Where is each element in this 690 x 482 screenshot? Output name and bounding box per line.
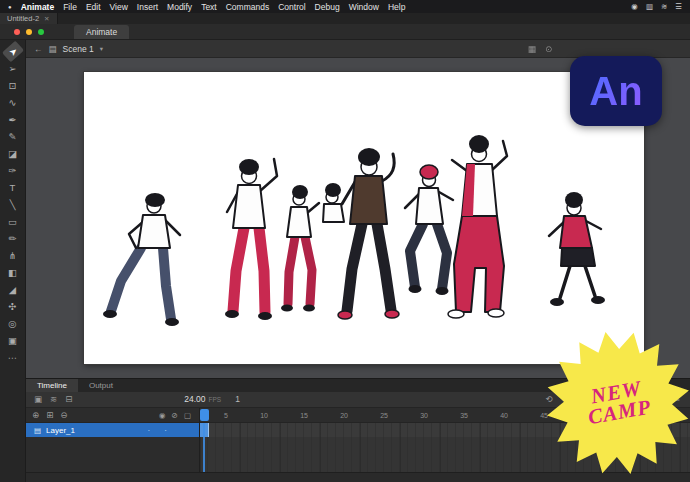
dancer-3 xyxy=(281,185,319,312)
camera-tool[interactable]: ▣ xyxy=(4,334,22,347)
edit-scene-icon[interactable]: ▦ xyxy=(528,44,536,54)
menu-item-help[interactable]: Help xyxy=(388,2,405,12)
pencil-tool[interactable]: ✏ xyxy=(4,232,22,245)
ruler-label-20: 20 xyxy=(320,408,360,422)
tools-panel: ➤➢⊡∿✒✎◪✑T╲▭✏⋔◧◢✣◎▣⋯ xyxy=(0,40,26,482)
eraser-tool[interactable]: ◪ xyxy=(4,147,22,160)
menu-item-window[interactable]: Window xyxy=(349,2,379,12)
lasso-tool[interactable]: ∿ xyxy=(4,96,22,109)
tab-timeline[interactable]: Timeline xyxy=(26,379,78,392)
playhead[interactable] xyxy=(200,409,209,421)
menu-item-edit[interactable]: Edit xyxy=(86,2,101,12)
document-tab-untitled-2[interactable]: Untitled-2 ✕ xyxy=(0,13,58,24)
app-tab-label: Animate xyxy=(86,27,117,37)
display-icon[interactable]: ▥ xyxy=(646,2,653,11)
chevron-down-icon[interactable]: ▾ xyxy=(100,45,103,53)
apple-icon[interactable]: ● xyxy=(8,4,12,10)
layer-column-icons: ◉⊘▢ xyxy=(159,411,199,420)
menubar: ● AnimateFileEditViewInsertModifyTextCom… xyxy=(0,0,690,13)
rectangle-tool[interactable]: ▭ xyxy=(4,215,22,228)
tab-animate[interactable]: Animate xyxy=(74,25,129,39)
window-titlebar: Animate xyxy=(0,24,690,40)
advanced-layers-icon[interactable]: ⊟ xyxy=(65,394,72,404)
menu-item-modify[interactable]: Modify xyxy=(167,2,192,12)
classic-brush-tool[interactable]: ✎ xyxy=(4,130,22,143)
delete-layer-icon[interactable]: ⊖ xyxy=(60,410,67,420)
fluid-brush-tool[interactable]: ✒ xyxy=(4,113,22,126)
menu-item-file[interactable]: File xyxy=(63,2,77,12)
minimize-window-button[interactable] xyxy=(26,29,32,35)
menu-item-insert[interactable]: Insert xyxy=(137,2,158,12)
layer-row-layer-1[interactable]: ▤ Layer_1 · · xyxy=(26,423,199,437)
dancer-8 xyxy=(549,192,605,306)
ruler-label-15: 15 xyxy=(280,408,320,422)
zoom-window-button[interactable] xyxy=(38,29,44,35)
scene-back-icon[interactable]: ← xyxy=(34,44,43,54)
hand-tool[interactable]: ✣ xyxy=(4,300,22,313)
dancer-1 xyxy=(103,193,180,326)
text-tool[interactable]: T xyxy=(4,181,22,194)
document-tabbar: Untitled-2 ✕ xyxy=(0,13,690,24)
layers-header: ⊕⊞⊖ ◉⊘▢ xyxy=(26,408,199,423)
layer-icon: ▤ xyxy=(34,426,41,435)
frame-rate[interactable]: 24.00 FPS xyxy=(184,394,221,404)
dancer-7 xyxy=(448,135,507,318)
current-frame: 1 xyxy=(235,394,240,404)
selection-tool[interactable]: ➤ xyxy=(1,41,23,63)
layer-name: Layer_1 xyxy=(46,426,75,435)
menu-item-view[interactable]: View xyxy=(110,2,128,12)
menu-item-control[interactable]: Control xyxy=(278,2,305,12)
ruler-label-30: 30 xyxy=(400,408,440,422)
badge-text: NEW CAMP xyxy=(531,316,690,482)
ruler-label-10: 10 xyxy=(240,408,280,422)
layer-depth-icon[interactable]: ≋ xyxy=(50,394,57,404)
menubar-items: AnimateFileEditViewInsertModifyTextComma… xyxy=(21,2,415,12)
close-window-button[interactable] xyxy=(14,29,20,35)
ruler-label-40: 40 xyxy=(480,408,520,422)
edit-symbols-icon[interactable]: ⊙ xyxy=(545,44,552,54)
menu-item-animate[interactable]: Animate xyxy=(21,2,55,12)
visibility-column-icon[interactable]: ◉ xyxy=(159,411,166,420)
animate-logo-text: An xyxy=(589,69,642,114)
stage-canvas[interactable] xyxy=(84,72,644,364)
ruler-label-35: 35 xyxy=(440,408,480,422)
tab-output[interactable]: Output xyxy=(78,379,124,392)
close-tab-icon[interactable]: ✕ xyxy=(44,15,49,23)
layer-status-dots: · · xyxy=(147,426,199,435)
menu-item-debug[interactable]: Debug xyxy=(315,2,340,12)
outline-column-icon[interactable]: ▢ xyxy=(184,411,191,420)
more-tools[interactable]: ⋯ xyxy=(4,351,22,364)
camera-icon[interactable]: ▣ xyxy=(34,394,42,404)
lock-column-icon[interactable]: ⊘ xyxy=(172,411,178,420)
menubar-status: ◉▥≋☰ xyxy=(631,2,682,11)
dancers-artwork xyxy=(84,72,644,364)
layers-panel: ⊕⊞⊖ ◉⊘▢ ▤ Layer_1 · · xyxy=(26,408,200,472)
menu-item-commands[interactable]: Commands xyxy=(226,2,269,12)
line-tool[interactable]: ╲ xyxy=(4,198,22,211)
wifi-icon[interactable]: ≋ xyxy=(661,2,667,11)
add-layer-icon[interactable]: ⊕ xyxy=(32,410,39,420)
scene-clapper-icon: ▤ xyxy=(49,44,57,54)
fps-value[interactable]: 24.00 xyxy=(184,394,205,404)
free-transform-tool[interactable]: ⊡ xyxy=(4,79,22,92)
subselection-tool[interactable]: ➢ xyxy=(4,62,22,75)
control-center-icon[interactable]: ☰ xyxy=(675,2,682,11)
screen: ● AnimateFileEditViewInsertModifyTextCom… xyxy=(0,0,690,482)
bone-tool[interactable]: ⋔ xyxy=(4,249,22,262)
zoom-tool[interactable]: ◎ xyxy=(4,317,22,330)
timeline-controls-left: ▣≋⊟ xyxy=(26,394,72,404)
eyedropper-tool[interactable]: ◢ xyxy=(4,283,22,296)
screen-record-icon[interactable]: ◉ xyxy=(631,2,638,11)
dancer-5 xyxy=(338,148,399,319)
dancer-4 xyxy=(323,183,344,222)
layers-empty-area xyxy=(26,437,199,472)
paint-bucket-tool[interactable]: ◧ xyxy=(4,266,22,279)
add-folder-icon[interactable]: ⊞ xyxy=(46,410,53,420)
new-camp-badge: NEW CAMP xyxy=(531,316,690,482)
menu-item-text[interactable]: Text xyxy=(201,2,217,12)
layer-controls: ⊕⊞⊖ xyxy=(26,410,67,420)
animate-logo: An xyxy=(570,56,662,126)
pen-tool[interactable]: ✑ xyxy=(4,164,22,177)
ruler-label-25: 25 xyxy=(360,408,400,422)
scene-name[interactable]: Scene 1 xyxy=(63,44,94,54)
